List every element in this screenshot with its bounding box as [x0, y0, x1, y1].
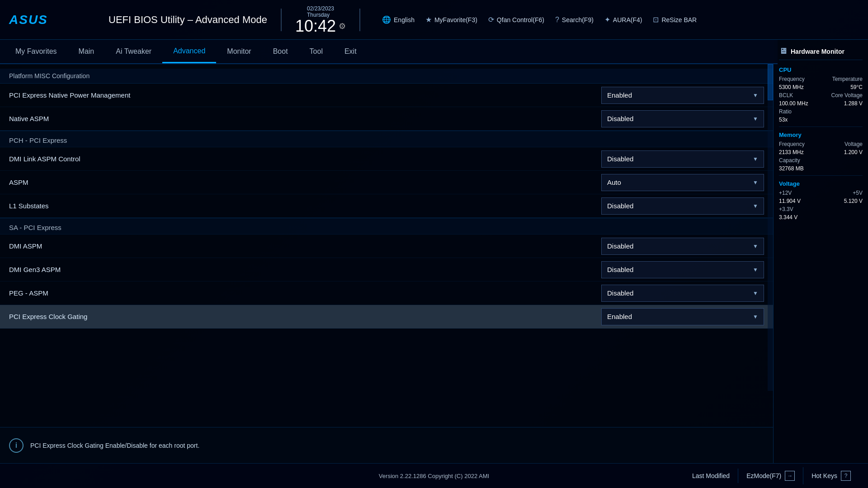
content-inner: Platform MISC Configuration PCI Express … [0, 64, 773, 333]
sa-pci-section: SA - PCI Express DMI ASPM Disabled ▼ DMI… [0, 218, 773, 328]
hw-divider-1 [779, 127, 863, 127]
chevron-down-icon: ▼ [753, 290, 758, 296]
nav-item-main[interactable]: Main [68, 40, 105, 63]
hw-capacity-val-row: 32768 MB [779, 165, 863, 172]
header-divider-2 [359, 9, 360, 31]
dropdown-native-aspm[interactable]: Disabled ▼ [601, 110, 764, 127]
hw-cpu-freq-row: Frequency Temperature [779, 76, 863, 82]
footer-version: Version 2.22.1286 Copyright (C) 2022 AMI [379, 473, 489, 479]
description-bar: i PCI Express Clock Gating Enable/Disabl… [0, 427, 773, 463]
hardware-monitor-panel: 🖥 Hardware Monitor CPU Frequency Tempera… [773, 40, 868, 463]
datetime-block: 02/23/2023Thursday 10:42 ⚙ [295, 5, 346, 34]
hw-monitor-header: 🖥 Hardware Monitor [779, 47, 863, 60]
hw-v33-label-row: +3.3V [779, 206, 863, 212]
hw-divider-2 [779, 175, 863, 176]
hw-memory-section: Memory [779, 131, 863, 138]
hw-bclk-val-row: 100.00 MHz 1.288 V [779, 100, 863, 107]
setting-row-dmi-aspm[interactable]: DMI ASPM Disabled ▼ [0, 235, 773, 258]
tool-resize-bar[interactable]: ⊡ ReSize BAR [649, 14, 700, 26]
footer-hot-keys[interactable]: Hot Keys ? [803, 467, 859, 484]
footer-ez-mode[interactable]: EzMode(F7) → [738, 467, 803, 484]
tool-search[interactable]: ? Search(F9) [552, 14, 597, 26]
globe-icon: 🌐 [382, 15, 391, 24]
fan-icon: ⟳ [488, 15, 494, 24]
search-icon: ? [555, 16, 559, 24]
breadcrumb: Platform MISC Configuration [0, 69, 773, 84]
bios-title: UEFI BIOS Utility – Advanced Mode [108, 14, 267, 26]
hot-keys-icon: ? [841, 471, 851, 481]
scrollbar-thumb[interactable] [768, 64, 773, 100]
nav-item-favorites[interactable]: My Favorites [5, 40, 68, 63]
hw-v12-val-row: 11.904 V 5.120 V [779, 198, 863, 204]
hw-mem-freq-row: Frequency Voltage [779, 141, 863, 147]
setting-row-dmi-link-aspm[interactable]: DMI Link ASPM Control Disabled ▼ [0, 147, 773, 171]
tool-myfavorite[interactable]: ★ MyFavorite(F3) [422, 14, 481, 26]
nav-item-boot[interactable]: Boot [262, 40, 299, 63]
nav-item-advanced[interactable]: Advanced [162, 40, 216, 63]
hw-ratio-val-row: 53x [779, 117, 863, 123]
header-divider [281, 9, 282, 31]
hw-v12-row: +12V +5V [779, 190, 863, 196]
footer-last-modified[interactable]: Last Modified [684, 469, 738, 483]
footer-right: Last Modified EzMode(F7) → Hot Keys ? [684, 467, 859, 484]
hw-capacity-label-row: Capacity [779, 157, 863, 164]
scrollbar-track[interactable] [768, 64, 773, 391]
nav-item-ai-tweaker[interactable]: Ai Tweaker [105, 40, 162, 63]
info-icon: i [9, 438, 24, 453]
chevron-down-icon: ▼ [753, 116, 758, 122]
hw-cpu-section: CPU [779, 66, 863, 73]
datetime-date: 02/23/2023Thursday [307, 5, 334, 18]
hw-cpu-freq-val-row: 5300 MHz 59°C [779, 84, 863, 90]
chevron-down-icon: ▼ [753, 179, 758, 186]
nav-item-exit[interactable]: Exit [334, 40, 368, 63]
settings-gear-icon[interactable]: ⚙ [339, 22, 346, 30]
dropdown-dmi-link-aspm[interactable]: Disabled ▼ [601, 150, 764, 168]
chevron-down-icon: ▼ [753, 92, 758, 99]
resize-bar-icon: ⊡ [653, 15, 659, 24]
pci-native-section: PCI Express Native Power Management Enab… [0, 84, 773, 131]
chevron-down-icon: ▼ [753, 267, 758, 273]
pch-pci-section: PCH - PCI Express DMI Link ASPM Control … [0, 131, 773, 218]
chevron-down-icon: ▼ [753, 314, 758, 320]
datetime-time: 10:42 ⚙ [295, 18, 346, 34]
hw-voltage-section: Voltage [779, 180, 863, 187]
sa-pci-header: SA - PCI Express [0, 218, 773, 235]
setting-row-pci-clock-gating[interactable]: PCI Express Clock Gating Enabled ▼ [0, 305, 773, 328]
header-tools: 🌐 English ★ MyFavorite(F3) ⟳ Qfan Contro… [378, 14, 859, 26]
nav-item-tool[interactable]: Tool [299, 40, 334, 63]
nav-item-monitor[interactable]: Monitor [216, 40, 262, 63]
pch-pci-header: PCH - PCI Express [0, 131, 773, 147]
dropdown-l1-substates[interactable]: Disabled ▼ [601, 197, 764, 215]
tool-qfan[interactable]: ⟳ Qfan Control(F6) [485, 14, 548, 26]
chevron-down-icon: ▼ [753, 203, 758, 209]
dropdown-peg-aspm[interactable]: Disabled ▼ [601, 285, 764, 302]
main-content: Platform MISC Configuration PCI Express … [0, 64, 773, 463]
aura-icon: ✦ [604, 15, 610, 24]
dropdown-aspm[interactable]: Auto ▼ [601, 174, 764, 191]
setting-row-peg-aspm[interactable]: PEG - ASPM Disabled ▼ [0, 282, 773, 305]
setting-row-native-aspm[interactable]: Native ASPM Disabled ▼ [0, 107, 773, 131]
setting-row-dmi-gen3-aspm[interactable]: DMI Gen3 ASPM Disabled ▼ [0, 258, 773, 282]
dropdown-dmi-gen3-aspm[interactable]: Disabled ▼ [601, 261, 764, 278]
monitor-icon: 🖥 [779, 47, 787, 56]
dropdown-dmi-aspm[interactable]: Disabled ▼ [601, 238, 764, 255]
tool-english[interactable]: 🌐 English [378, 14, 418, 26]
hw-v33-val-row: 3.344 V [779, 214, 863, 221]
chevron-down-icon: ▼ [753, 243, 758, 249]
setting-row-aspm[interactable]: ASPM Auto ▼ [0, 171, 773, 194]
description-text: PCI Express Clock Gating Enable/Disable … [30, 442, 199, 449]
header-bar: ASUS UEFI BIOS Utility – Advanced Mode 0… [0, 0, 868, 40]
footer-bar: Version 2.22.1286 Copyright (C) 2022 AMI… [0, 463, 868, 488]
tool-aura[interactable]: ✦ AURA(F4) [601, 14, 646, 26]
chevron-down-icon: ▼ [753, 156, 758, 162]
dropdown-pci-clock-gating[interactable]: Enabled ▼ [601, 308, 764, 325]
navbar: My Favorites Main Ai Tweaker Advanced Mo… [0, 40, 778, 64]
dropdown-pci-native-pm[interactable]: Enabled ▼ [601, 87, 764, 104]
hw-mem-freq-val-row: 2133 MHz 1.200 V [779, 149, 863, 155]
setting-row-pci-native-pm[interactable]: PCI Express Native Power Management Enab… [0, 84, 773, 107]
asus-logo: ASUS [9, 13, 99, 27]
hw-bclk-row: BCLK Core Voltage [779, 92, 863, 99]
setting-row-l1-substates[interactable]: L1 Substates Disabled ▼ [0, 194, 773, 218]
asus-logo-text: ASUS [9, 13, 48, 27]
ez-mode-icon: → [785, 471, 795, 481]
